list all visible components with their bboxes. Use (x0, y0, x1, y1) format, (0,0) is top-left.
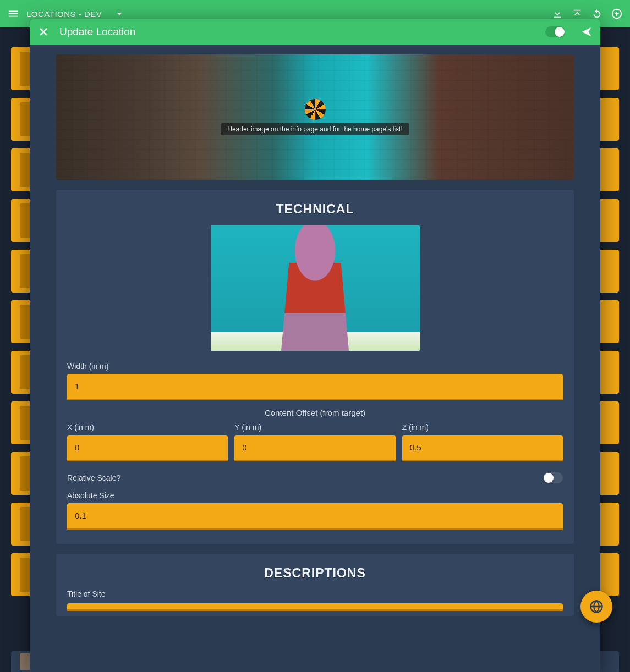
z-label: Z (in m) (402, 423, 563, 432)
technical-card: TECHNICAL Width (in m) Content Offset (f… (56, 190, 574, 544)
header-image-picker[interactable]: Header image on the info page and for th… (56, 54, 574, 180)
x-label: X (in m) (67, 423, 228, 432)
close-icon[interactable] (37, 26, 50, 38)
header-image-caption: Header image on the info page and for th… (221, 123, 409, 135)
upload-icon[interactable] (571, 7, 584, 20)
menu-icon[interactable] (7, 7, 20, 20)
relative-scale-toggle[interactable] (543, 472, 563, 483)
offset-heading: Content Offset (from target) (67, 408, 563, 417)
descriptions-heading: DESCRIPTIONS (67, 566, 563, 581)
relative-scale-label: Relative Scale? (67, 473, 120, 482)
absolute-size-label: Absolute Size (67, 491, 563, 500)
globe-icon (589, 599, 604, 614)
camera-icon (305, 99, 326, 120)
z-input[interactable] (402, 435, 563, 461)
descriptions-card: DESCRIPTIONS Title of Site (56, 554, 574, 616)
width-label: Width (in m) (67, 362, 563, 371)
title-of-site-label: Title of Site (67, 590, 563, 598)
dropdown-icon[interactable] (113, 7, 126, 20)
publish-toggle[interactable] (545, 26, 565, 37)
title-of-site-input[interactable] (67, 603, 563, 611)
dialog-title: Update Location (59, 26, 135, 38)
language-fab[interactable] (580, 591, 612, 623)
submit-icon[interactable] (580, 26, 593, 38)
dialog-header: Update Location (30, 19, 600, 45)
update-location-dialog: Update Location Header image on the info… (30, 19, 600, 672)
appbar-title: LOCATIONS - DEV (26, 9, 102, 19)
absolute-size-input[interactable] (67, 503, 563, 530)
add-icon[interactable] (610, 7, 623, 20)
download-icon[interactable] (551, 7, 564, 20)
x-input[interactable] (67, 435, 228, 461)
target-image[interactable] (211, 225, 420, 351)
width-input[interactable] (67, 374, 563, 400)
refresh-icon[interactable] (590, 7, 604, 20)
y-label: Y (in m) (234, 423, 395, 432)
y-input[interactable] (234, 435, 395, 461)
technical-heading: TECHNICAL (67, 202, 563, 217)
